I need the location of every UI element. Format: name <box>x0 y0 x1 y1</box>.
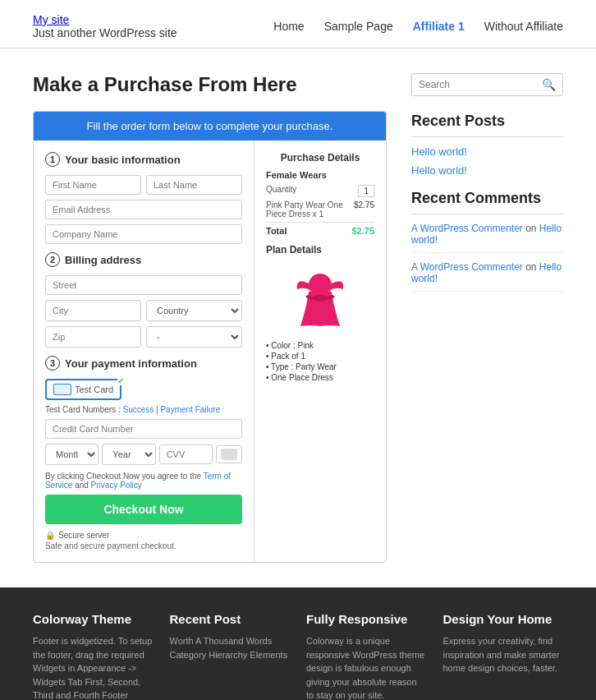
section3-num: 3 <box>45 356 60 371</box>
recent-comments-title: Recent Comments <box>411 190 563 214</box>
total-label: Total <box>266 226 287 236</box>
plan-attrs: Color : Pink Pack of 1 Type : Party Wear… <box>266 341 374 382</box>
recent-posts-title: Recent Posts <box>411 113 563 137</box>
footer-col4-title: Design Your Home <box>443 612 564 626</box>
recent-post-1[interactable]: Hello world! <box>411 164 563 177</box>
section1-label: Your basic information <box>65 154 181 166</box>
month-select[interactable]: Month <box>45 444 99 465</box>
company-row <box>45 224 242 244</box>
cc-number-input[interactable] <box>45 419 242 439</box>
purchase-card-body: 1 Your basic information <box>34 140 386 562</box>
safe-text: Safe and secure payment checkout. <box>45 541 242 550</box>
item-name: Pink Party Wear One Piece Dress x 1 <box>266 200 354 219</box>
success-link[interactable]: Success <box>122 405 154 414</box>
card-badge-label: Test Card <box>75 385 113 394</box>
comment-on-1: on <box>525 261 539 273</box>
company-input[interactable] <box>45 224 242 244</box>
footer-post-link-0[interactable]: Worth A Thousand Words <box>170 634 291 648</box>
main-navigation: Home Sample Page Affiliate 1 Without Aff… <box>273 20 563 33</box>
section1-num: 1 <box>45 152 60 167</box>
item-price: $2.75 <box>354 200 374 219</box>
payment-card-badge: Test Card ✔ <box>45 379 121 400</box>
comment-0: A WordPress Commenter on Hello world! <box>411 223 563 253</box>
search-icon: 🔍 <box>542 78 556 91</box>
section3-heading: 3 Your payment information <box>45 356 242 371</box>
cvv-card-icon <box>216 445 242 463</box>
country-select[interactable]: Country <box>146 300 242 321</box>
quantity-label: Quantity <box>266 185 296 197</box>
search-box[interactable]: 🔍 <box>411 73 563 96</box>
month-year-cvv-row: Month Year <box>45 444 242 465</box>
year-select[interactable]: Year <box>102 444 155 465</box>
footer-col1-title: Colorway Theme <box>33 612 154 626</box>
form-section: 1 Your basic information <box>34 140 254 562</box>
email-input[interactable] <box>45 200 242 219</box>
site-branding: My site Just another WordPress site <box>33 13 177 39</box>
plan-attr-color: Color : Pink <box>266 341 374 350</box>
secure-row: 🔒 Secure server <box>45 531 242 540</box>
site-footer: Colorway Theme Footer is widgetized. To … <box>0 587 596 700</box>
section3-label: Your payment information <box>65 357 197 370</box>
section2-heading: 2 Billing address <box>45 252 242 267</box>
nav-without-affiliate[interactable]: Without Affiliate <box>484 20 563 33</box>
site-tagline: Just another WordPress site <box>33 26 177 39</box>
total-value: $2.75 <box>351 226 374 236</box>
comment-author-1[interactable]: A WordPress Commenter <box>411 261 523 273</box>
zip-input[interactable] <box>45 326 141 348</box>
search-input[interactable] <box>419 79 542 90</box>
cvv-card-img <box>221 449 237 460</box>
comment-on-0: on <box>525 223 539 234</box>
plan-attr-pack: Pack of 1 <box>266 352 374 361</box>
street-row <box>45 275 242 295</box>
details-subtitle: Female Wears <box>266 170 374 180</box>
footer-col1-text: Footer is widgetized. To setup the foote… <box>33 634 154 700</box>
nav-affiliate1[interactable]: Affiliate 1 <box>413 20 465 33</box>
section1-heading: 1 Your basic information <box>45 152 242 167</box>
nav-sample-page[interactable]: Sample Page <box>324 20 393 33</box>
plan-attr-type: Type : Party Wear <box>266 362 374 371</box>
page-title: Make a Purchase From Here <box>33 73 387 96</box>
section2-num: 2 <box>45 252 60 267</box>
recent-post-0[interactable]: Hello world! <box>411 145 563 158</box>
total-row: Total $2.75 <box>266 222 374 236</box>
footer-col-colorway: Colorway Theme Footer is widgetized. To … <box>33 612 154 700</box>
footer-col-design: Design Your Home Express your creativity… <box>443 612 564 700</box>
city-country-row: Country <box>45 300 242 321</box>
street-input[interactable] <box>45 275 242 295</box>
site-title[interactable]: My site <box>33 13 177 26</box>
terms-text: By clicking Checkout Now you agree to th… <box>45 472 242 490</box>
plan-attr-dress: One Place Dress <box>266 373 374 382</box>
first-name-input[interactable] <box>45 175 141 195</box>
city-input[interactable] <box>45 300 141 321</box>
footer-col3-text: Colorway is a unique responsive WordPres… <box>306 634 427 700</box>
cc-row <box>45 419 242 439</box>
footer-col-responsive: Fully Responsive Colorway is a unique re… <box>306 612 427 700</box>
footer-post-link-1[interactable]: Category Hierarchy Elements <box>170 648 291 662</box>
nav-home[interactable]: Home <box>273 20 304 33</box>
failure-link[interactable]: Payment Failure <box>160 405 220 414</box>
test-card-note: Test Card Numbers : Success | Payment Fa… <box>45 405 242 414</box>
details-section: Purchase Details Female Wears Quantity 1… <box>254 140 386 562</box>
details-title: Purchase Details <box>266 152 374 163</box>
name-row <box>45 175 242 195</box>
content-area: Make a Purchase From Here Fill the order… <box>33 73 387 563</box>
comment-1: A WordPress Commenter on Hello world! <box>411 261 563 292</box>
footer-col4-text: Express your creativity, find inspiratio… <box>443 634 564 675</box>
secure-label: Secure server <box>58 531 109 540</box>
footer-col2-title: Recent Post <box>170 612 291 626</box>
purchase-card: Fill the order form below to complete yo… <box>33 111 387 563</box>
quantity-value: 1 <box>358 185 374 197</box>
zip-row: - <box>45 326 242 348</box>
privacy-link[interactable]: Privacy Policy <box>91 481 142 490</box>
footer-col3-title: Fully Responsive <box>306 612 427 626</box>
svg-point-1 <box>312 295 328 302</box>
item-row: Pink Party Wear One Piece Dress x 1 $2.7… <box>266 200 374 219</box>
last-name-input[interactable] <box>146 175 242 195</box>
footer-col-recent-post: Recent Post Worth A Thousand Words Categ… <box>170 612 291 700</box>
cvv-input[interactable] <box>159 444 213 464</box>
plan-details-title: Plan Details <box>266 244 374 256</box>
dress-image <box>287 260 353 338</box>
comment-author-0[interactable]: A WordPress Commenter <box>411 223 523 234</box>
checkout-button[interactable]: Checkout Now <box>45 495 242 524</box>
dash-select[interactable]: - <box>146 326 242 348</box>
